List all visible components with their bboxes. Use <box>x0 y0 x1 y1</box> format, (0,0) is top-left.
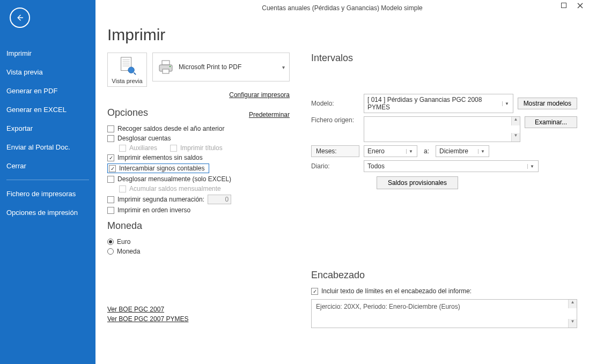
sidebar-item-generar-excel[interactable]: Generar en EXCEL <box>0 100 95 119</box>
checkbox-intercambiar-signos[interactable]: ✓ <box>109 165 116 172</box>
checkbox-desglosar-mensual[interactable] <box>107 176 114 183</box>
chevron-down-icon: ▼ <box>406 149 414 154</box>
sidebar-item-vista-previa[interactable]: Vista previa <box>0 63 95 81</box>
label-sin-saldos: Imprimir elementos sin saldos <box>117 154 203 161</box>
chevron-down-icon: ▼ <box>478 149 485 154</box>
chevron-down-icon: ▼ <box>502 101 510 106</box>
sidebar-separator <box>6 180 89 180</box>
label-meses: Meses: <box>311 145 359 157</box>
label-diario: Diario: <box>311 162 359 170</box>
print-preview-icon <box>117 56 137 77</box>
link-boe-pgc-2007[interactable]: Ver BOE PGC 2007 <box>107 306 164 313</box>
mes-desde-value: Enero <box>367 147 385 155</box>
dropdown-mes-desde[interactable]: Enero▼ <box>364 145 417 157</box>
label-desglosar-cuentas: Desglosar cuentas <box>117 135 171 142</box>
maximize-button[interactable] <box>557 0 571 11</box>
sidebar-item-enviar-portal[interactable]: Enviar al Portal Doc. <box>0 138 95 157</box>
main-content: Imprimir Vista previa <box>95 16 589 364</box>
checkbox-auxiliares <box>119 145 126 152</box>
svg-rect-11 <box>162 61 170 65</box>
checkbox-imprimir-titulos <box>170 145 177 152</box>
label-euro: Euro <box>117 238 130 246</box>
chevron-down-icon: ▾ <box>282 64 285 70</box>
sidebar-item-opciones-impresion[interactable]: Opciones de impresión <box>0 203 95 222</box>
printer-selected-label: Microsoft Print to PDF <box>179 63 241 71</box>
scroll-down-icon[interactable]: ▼ <box>511 133 520 142</box>
encabezado-textarea[interactable]: Ejercicio: 20XX, Periodo: Enero-Diciembr… <box>311 299 577 328</box>
right-column: Intervalos Modelo: [ 014 ] Pérdidas y Ga… <box>311 53 577 328</box>
arrow-left-icon <box>15 13 25 23</box>
highlighted-option: ✓ Intercambiar signos contables <box>107 164 209 173</box>
mostrar-modelos-button[interactable]: Mostrar modelos <box>518 98 577 109</box>
label-auxiliares: Auxiliares <box>129 144 157 152</box>
input-segunda-numeracion[interactable]: 0 <box>208 195 231 204</box>
radio-euro[interactable] <box>107 239 114 245</box>
svg-rect-0 <box>562 3 566 8</box>
link-boe-pgc-2007-pymes[interactable]: Ver BOE PGC 2007 PYMES <box>107 315 188 323</box>
chevron-down-icon: ▼ <box>527 164 535 169</box>
sidebar: Imprimir Vista previa Generar en PDF Gen… <box>0 0 95 364</box>
vista-previa-label: Vista previa <box>112 78 142 84</box>
printer-selector[interactable]: Microsoft Print to PDF ▾ <box>152 53 290 81</box>
encabezado-text: Ejercicio: 20XX, Periodo: Enero-Diciembr… <box>316 303 460 310</box>
options-heading: Opciones <box>107 107 148 118</box>
modelo-value: [ 014 ] Pérdidas y Ganancias PGC 2008 PY… <box>367 96 500 111</box>
configure-printer-link[interactable]: Configurar impresora <box>229 91 290 99</box>
encabezado-heading: Encabezado <box>311 270 577 281</box>
label-modelo: Modelo: <box>311 100 359 107</box>
checkbox-acumular-mensual <box>119 185 126 192</box>
svg-line-10 <box>134 72 136 75</box>
svg-point-14 <box>170 66 171 68</box>
diario-value: Todos <box>367 162 385 170</box>
checkbox-orden-inverso[interactable] <box>107 207 114 214</box>
label-segunda-numeracion: Imprimir segunda numeración: <box>117 196 204 203</box>
vista-previa-button[interactable]: Vista previa <box>107 53 147 87</box>
checkbox-incluir-texto-limites[interactable]: ✓ <box>311 288 318 295</box>
fichero-origen-field[interactable]: ▲ ▼ <box>364 116 520 142</box>
checkbox-sin-saldos[interactable]: ✓ <box>107 154 114 161</box>
scroll-down-icon[interactable]: ▼ <box>568 319 577 328</box>
scroll-up-icon[interactable]: ▲ <box>568 300 577 308</box>
label-fichero-origen: Fichero origen: <box>311 116 359 124</box>
printer-icon <box>157 59 174 75</box>
back-button[interactable] <box>10 8 30 28</box>
radio-moneda[interactable] <box>107 248 114 255</box>
label-desglosar-mensual: Desglosar mensualmente (solo EXCEL) <box>117 175 231 183</box>
svg-point-9 <box>128 67 134 73</box>
checkbox-recoger-saldos[interactable] <box>107 125 114 132</box>
sidebar-item-generar-pdf[interactable]: Generar en PDF <box>0 81 95 100</box>
close-button[interactable] <box>573 0 587 11</box>
dropdown-diario[interactable]: Todos▼ <box>364 160 539 172</box>
label-moneda: Moneda <box>117 248 140 255</box>
scroll-up-icon[interactable]: ▲ <box>511 117 520 125</box>
dropdown-mes-hasta[interactable]: Diciembre▼ <box>436 145 489 157</box>
default-link[interactable]: Predeterminar <box>249 111 290 118</box>
title-bar: Cuentas anuales (Pérdidas y Ganancias) M… <box>95 0 589 16</box>
label-acumular-mensual: Acumular saldos mensualmente <box>129 185 221 192</box>
label-recoger-saldos: Recoger saldos desde el año anterior <box>117 125 224 132</box>
page-title: Imprimir <box>107 26 577 44</box>
checkbox-segunda-numeracion[interactable] <box>107 196 114 203</box>
label-intercambiar-signos: Intercambiar signos contables <box>119 165 208 172</box>
sidebar-item-exportar[interactable]: Exportar <box>0 119 95 138</box>
label-orden-inverso: Imprimir en orden inverso <box>117 206 190 214</box>
mes-hasta-value: Diciembre <box>439 147 468 155</box>
svg-rect-13 <box>163 69 169 73</box>
checkbox-desglosar-cuentas[interactable] <box>107 135 114 142</box>
label-a: a: <box>422 147 431 155</box>
sidebar-item-cerrar[interactable]: Cerrar <box>0 157 95 175</box>
moneda-heading: Moneda <box>107 220 290 232</box>
dropdown-modelo[interactable]: [ 014 ] Pérdidas y Ganancias PGC 2008 PY… <box>364 94 513 113</box>
window-title: Cuentas anuales (Pérdidas y Ganancias) M… <box>262 4 423 12</box>
intervals-heading: Intervalos <box>311 53 577 64</box>
sidebar-item-fichero-impresoras[interactable]: Fichero de impresoras <box>0 184 95 203</box>
label-imprimir-titulos: Imprimir títulos <box>180 144 223 152</box>
left-column: Vista previa Microsoft Print to PDF ▾ Co… <box>107 53 290 328</box>
saldos-provisionales-button[interactable]: Saldos provisionales <box>377 176 458 189</box>
label-incluir-texto-limites: Incluir texto de límites en el encabezad… <box>321 287 472 295</box>
sidebar-item-imprimir[interactable]: Imprimir <box>0 44 95 63</box>
examinar-button[interactable]: Examinar... <box>525 116 577 128</box>
